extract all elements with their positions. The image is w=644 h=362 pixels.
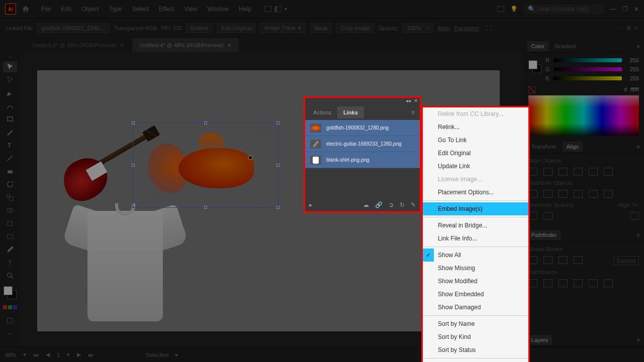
links-tab[interactable]: Links bbox=[337, 106, 364, 118]
dist-bottom-icon[interactable] bbox=[559, 190, 568, 198]
menu-item-go-to-link[interactable]: Go To Link bbox=[423, 134, 528, 147]
type-tool[interactable]: T bbox=[3, 140, 17, 151]
edit-original-icon[interactable]: ✎ bbox=[411, 201, 416, 208]
crop-image-button[interactable]: Crop Image bbox=[336, 23, 374, 33]
exclude-icon[interactable] bbox=[574, 256, 583, 264]
selection-tool[interactable] bbox=[3, 61, 17, 72]
document-tab[interactable]: Untitled-4* @ 48% (RGB/Preview)× bbox=[132, 38, 238, 52]
selection-bbox[interactable] bbox=[133, 123, 279, 208]
edit-toolbar[interactable]: ⋯ bbox=[3, 328, 17, 339]
opacity-input[interactable]: 100% > bbox=[403, 23, 434, 33]
transform-tab[interactable]: Transform bbox=[527, 142, 561, 152]
pathfinder-tab[interactable]: Pathfinder bbox=[527, 230, 561, 240]
mask-button[interactable]: Mask bbox=[310, 23, 332, 33]
menu-view[interactable]: View bbox=[179, 4, 203, 15]
rectangle-tool[interactable] bbox=[3, 113, 17, 125]
goto-link-icon[interactable]: ➲ bbox=[389, 201, 394, 208]
artboard-nav-prev[interactable]: ◀ bbox=[46, 351, 50, 358]
color-tab[interactable]: Color bbox=[527, 41, 548, 51]
artboard-nav-last[interactable]: ⏭ bbox=[88, 352, 94, 358]
r-slider[interactable] bbox=[554, 58, 622, 62]
menu-type[interactable]: Type bbox=[104, 4, 127, 15]
trim-icon[interactable] bbox=[543, 279, 553, 287]
menu-item-sort-by-kind[interactable]: Sort by Kind bbox=[423, 330, 528, 343]
menu-item-link-file-info[interactable]: Link File Info... bbox=[423, 232, 528, 245]
g-slider[interactable] bbox=[554, 67, 622, 71]
filename-dropdown[interactable]: goldfish-1900832_1280.... bbox=[37, 23, 110, 33]
fill-stroke-swatch[interactable] bbox=[4, 286, 17, 299]
menu-item-placement-options[interactable]: Placement Options... bbox=[423, 186, 528, 199]
bulb-icon[interactable]: 💡 bbox=[510, 6, 518, 13]
color-spectrum[interactable] bbox=[528, 95, 639, 136]
menu-help[interactable]: Help bbox=[234, 4, 256, 15]
menu-select[interactable]: Select bbox=[127, 4, 154, 15]
align-right-icon[interactable] bbox=[559, 168, 568, 176]
menu-item-relink[interactable]: Relink... bbox=[423, 120, 528, 134]
align-to-artboard-icon[interactable] bbox=[630, 212, 639, 220]
isolate-icon[interactable]: ⛶ bbox=[486, 25, 492, 31]
link-item[interactable]: blank-shirt-png.png bbox=[305, 152, 420, 168]
app-logo[interactable]: Ai bbox=[5, 4, 16, 15]
snap-icon[interactable]: ⊞ bbox=[626, 25, 631, 31]
link-item[interactable]: electric-guitar-1669233_1280.png bbox=[305, 136, 420, 152]
paintbrush-tool[interactable] bbox=[3, 127, 17, 138]
close-icon[interactable]: ✕ bbox=[634, 6, 639, 13]
eraser-tool[interactable] bbox=[3, 166, 17, 177]
b-slider[interactable] bbox=[553, 76, 622, 80]
menu-item-edit-original[interactable]: Edit Original bbox=[423, 147, 528, 160]
panel-menu-icon[interactable]: ≡ bbox=[637, 43, 640, 49]
edit-original-button[interactable]: Edit Original bbox=[217, 23, 256, 33]
image-trace-button[interactable]: Image Trace ▾ bbox=[260, 23, 306, 33]
outline-icon[interactable] bbox=[589, 279, 598, 287]
align-top-icon[interactable] bbox=[574, 168, 583, 176]
menu-item-show-missing[interactable]: Show Missing bbox=[423, 262, 528, 275]
relink-cc-icon[interactable]: ☁ bbox=[363, 201, 369, 208]
layers-tab[interactable]: Layers bbox=[527, 335, 552, 345]
close-panel-icon[interactable]: ✕ bbox=[414, 98, 418, 105]
align-bottom-icon[interactable] bbox=[604, 168, 613, 176]
align-tab[interactable]: Align bbox=[563, 142, 583, 152]
menu-window[interactable]: Window bbox=[202, 4, 234, 15]
dist-left-icon[interactable] bbox=[574, 190, 583, 198]
artboard-nav-next[interactable]: ▶ bbox=[77, 351, 81, 358]
actions-tab[interactable]: Actions bbox=[307, 106, 337, 118]
preferences-icon[interactable]: ⋯ bbox=[617, 25, 622, 31]
free-transform-tool[interactable] bbox=[3, 218, 17, 229]
zoom-level[interactable]: 48% bbox=[5, 352, 16, 358]
panel-menu-icon[interactable]: ≡ bbox=[637, 232, 640, 238]
merge-icon[interactable] bbox=[559, 279, 568, 287]
embed-button[interactable]: Embed bbox=[186, 23, 213, 33]
expand-button[interactable]: Expand bbox=[613, 256, 639, 265]
crop-icon[interactable] bbox=[574, 279, 583, 287]
menu-effect[interactable]: Effect bbox=[154, 4, 179, 15]
workspace-switcher[interactable]: ▾ bbox=[264, 6, 287, 12]
menu-item-sort-by-name[interactable]: Sort by Name bbox=[423, 317, 528, 330]
none-swatch[interactable] bbox=[528, 86, 535, 93]
home-icon[interactable] bbox=[21, 5, 30, 14]
wand-tool[interactable] bbox=[3, 257, 17, 268]
color-fill-stroke[interactable] bbox=[528, 60, 541, 73]
show-info-icon[interactable]: ▸ bbox=[309, 201, 312, 208]
menu-item-show-damaged[interactable]: Show Damaged bbox=[423, 301, 528, 314]
screen-mode-tool[interactable] bbox=[3, 315, 17, 326]
update-link-icon[interactable]: ↻ bbox=[400, 201, 405, 208]
tab-close-icon[interactable]: × bbox=[227, 41, 231, 49]
placed-image-goldfish[interactable] bbox=[148, 133, 264, 198]
b-value[interactable]: 255 bbox=[626, 75, 639, 81]
menu-item-update-link[interactable]: Update Link bbox=[423, 160, 528, 173]
panel-menu-icon[interactable]: ≡ bbox=[637, 337, 640, 343]
artboard-nav-first[interactable]: ⏮ bbox=[33, 352, 39, 358]
menu-object[interactable]: Object bbox=[76, 4, 104, 15]
menu-item-show-modified[interactable]: Show Modified bbox=[423, 275, 528, 288]
align-hcenter-icon[interactable] bbox=[543, 168, 553, 176]
minus-front-icon[interactable] bbox=[543, 256, 553, 264]
panel-menu-icon[interactable]: ≡ bbox=[637, 144, 640, 150]
relink-icon[interactable]: 🔗 bbox=[375, 201, 383, 208]
menu-item-show-all[interactable]: Show All✓ bbox=[423, 249, 528, 262]
minimize-icon[interactable]: — bbox=[610, 6, 616, 13]
menu-item-embed-image-s[interactable]: Embed Image(s) bbox=[423, 202, 528, 215]
zoom-tool[interactable] bbox=[3, 270, 17, 281]
transform-label[interactable]: Transform bbox=[454, 25, 479, 31]
menu-file[interactable]: File bbox=[36, 4, 56, 15]
dist-hspace-icon[interactable] bbox=[543, 212, 553, 220]
